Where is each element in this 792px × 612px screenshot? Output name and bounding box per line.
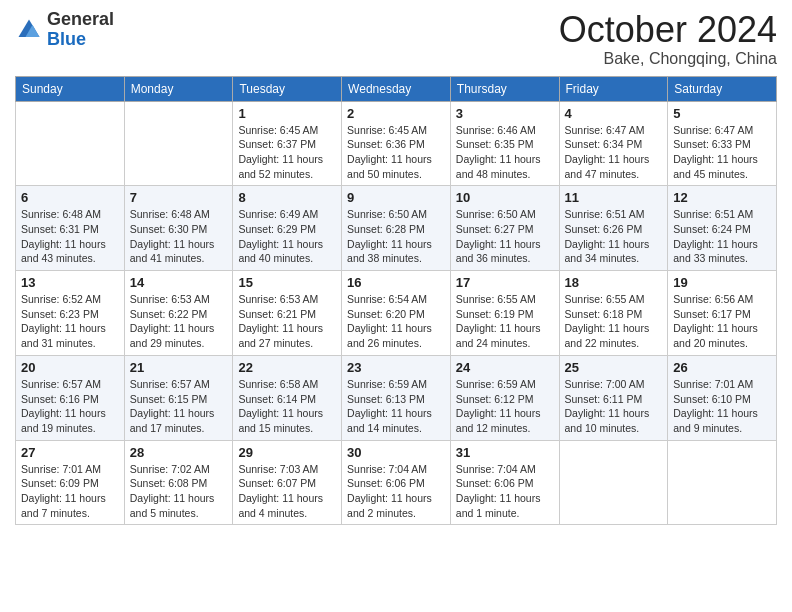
day-info: Sunrise: 7:01 AMSunset: 6:09 PMDaylight:… (21, 462, 119, 521)
day-number: 29 (238, 445, 336, 460)
table-row: 12Sunrise: 6:51 AMSunset: 6:24 PMDayligh… (668, 186, 777, 271)
day-number: 22 (238, 360, 336, 375)
day-info: Sunrise: 6:46 AMSunset: 6:35 PMDaylight:… (456, 123, 554, 182)
day-number: 11 (565, 190, 663, 205)
day-info: Sunrise: 6:45 AMSunset: 6:37 PMDaylight:… (238, 123, 336, 182)
table-row (559, 440, 668, 525)
day-info: Sunrise: 6:59 AMSunset: 6:12 PMDaylight:… (456, 377, 554, 436)
table-row (16, 101, 125, 186)
day-info: Sunrise: 6:53 AMSunset: 6:22 PMDaylight:… (130, 292, 228, 351)
day-info: Sunrise: 7:00 AMSunset: 6:11 PMDaylight:… (565, 377, 663, 436)
calendar-week-5: 27Sunrise: 7:01 AMSunset: 6:09 PMDayligh… (16, 440, 777, 525)
day-number: 6 (21, 190, 119, 205)
day-number: 5 (673, 106, 771, 121)
table-row: 6Sunrise: 6:48 AMSunset: 6:31 PMDaylight… (16, 186, 125, 271)
table-row: 27Sunrise: 7:01 AMSunset: 6:09 PMDayligh… (16, 440, 125, 525)
day-info: Sunrise: 6:51 AMSunset: 6:26 PMDaylight:… (565, 207, 663, 266)
calendar-week-3: 13Sunrise: 6:52 AMSunset: 6:23 PMDayligh… (16, 271, 777, 356)
day-number: 28 (130, 445, 228, 460)
day-info: Sunrise: 6:50 AMSunset: 6:27 PMDaylight:… (456, 207, 554, 266)
table-row: 20Sunrise: 6:57 AMSunset: 6:16 PMDayligh… (16, 355, 125, 440)
day-number: 23 (347, 360, 445, 375)
calendar-table: Sunday Monday Tuesday Wednesday Thursday… (15, 76, 777, 526)
day-info: Sunrise: 6:55 AMSunset: 6:19 PMDaylight:… (456, 292, 554, 351)
table-row: 17Sunrise: 6:55 AMSunset: 6:19 PMDayligh… (450, 271, 559, 356)
table-row: 3Sunrise: 6:46 AMSunset: 6:35 PMDaylight… (450, 101, 559, 186)
logo-general-text: General (47, 9, 114, 29)
calendar-week-1: 1Sunrise: 6:45 AMSunset: 6:37 PMDaylight… (16, 101, 777, 186)
table-row: 21Sunrise: 6:57 AMSunset: 6:15 PMDayligh… (124, 355, 233, 440)
day-info: Sunrise: 6:45 AMSunset: 6:36 PMDaylight:… (347, 123, 445, 182)
weekday-header-row: Sunday Monday Tuesday Wednesday Thursday… (16, 76, 777, 101)
day-number: 20 (21, 360, 119, 375)
day-info: Sunrise: 6:47 AMSunset: 6:34 PMDaylight:… (565, 123, 663, 182)
day-number: 13 (21, 275, 119, 290)
table-row: 25Sunrise: 7:00 AMSunset: 6:11 PMDayligh… (559, 355, 668, 440)
calendar-location: Bake, Chongqing, China (559, 50, 777, 68)
table-row: 4Sunrise: 6:47 AMSunset: 6:34 PMDaylight… (559, 101, 668, 186)
day-info: Sunrise: 7:01 AMSunset: 6:10 PMDaylight:… (673, 377, 771, 436)
day-info: Sunrise: 6:56 AMSunset: 6:17 PMDaylight:… (673, 292, 771, 351)
day-number: 9 (347, 190, 445, 205)
table-row: 15Sunrise: 6:53 AMSunset: 6:21 PMDayligh… (233, 271, 342, 356)
table-row: 31Sunrise: 7:04 AMSunset: 6:06 PMDayligh… (450, 440, 559, 525)
day-info: Sunrise: 6:57 AMSunset: 6:16 PMDaylight:… (21, 377, 119, 436)
header: General Blue October 2024 Bake, Chongqin… (15, 10, 777, 68)
header-friday: Friday (559, 76, 668, 101)
day-info: Sunrise: 6:53 AMSunset: 6:21 PMDaylight:… (238, 292, 336, 351)
day-info: Sunrise: 6:48 AMSunset: 6:30 PMDaylight:… (130, 207, 228, 266)
header-tuesday: Tuesday (233, 76, 342, 101)
day-number: 31 (456, 445, 554, 460)
day-number: 2 (347, 106, 445, 121)
day-info: Sunrise: 6:47 AMSunset: 6:33 PMDaylight:… (673, 123, 771, 182)
table-row: 26Sunrise: 7:01 AMSunset: 6:10 PMDayligh… (668, 355, 777, 440)
header-saturday: Saturday (668, 76, 777, 101)
day-info: Sunrise: 6:55 AMSunset: 6:18 PMDaylight:… (565, 292, 663, 351)
table-row: 28Sunrise: 7:02 AMSunset: 6:08 PMDayligh… (124, 440, 233, 525)
table-row: 1Sunrise: 6:45 AMSunset: 6:37 PMDaylight… (233, 101, 342, 186)
table-row: 2Sunrise: 6:45 AMSunset: 6:36 PMDaylight… (342, 101, 451, 186)
day-number: 26 (673, 360, 771, 375)
day-number: 25 (565, 360, 663, 375)
calendar-title: October 2024 (559, 10, 777, 50)
table-row: 24Sunrise: 6:59 AMSunset: 6:12 PMDayligh… (450, 355, 559, 440)
table-row: 14Sunrise: 6:53 AMSunset: 6:22 PMDayligh… (124, 271, 233, 356)
day-number: 19 (673, 275, 771, 290)
table-row: 13Sunrise: 6:52 AMSunset: 6:23 PMDayligh… (16, 271, 125, 356)
table-row (668, 440, 777, 525)
day-info: Sunrise: 6:57 AMSunset: 6:15 PMDaylight:… (130, 377, 228, 436)
day-number: 18 (565, 275, 663, 290)
page: General Blue October 2024 Bake, Chongqin… (0, 0, 792, 612)
day-number: 10 (456, 190, 554, 205)
table-row: 8Sunrise: 6:49 AMSunset: 6:29 PMDaylight… (233, 186, 342, 271)
day-info: Sunrise: 7:02 AMSunset: 6:08 PMDaylight:… (130, 462, 228, 521)
logo: General Blue (15, 10, 114, 50)
title-block: October 2024 Bake, Chongqing, China (559, 10, 777, 68)
header-monday: Monday (124, 76, 233, 101)
day-number: 27 (21, 445, 119, 460)
header-wednesday: Wednesday (342, 76, 451, 101)
table-row (124, 101, 233, 186)
day-number: 16 (347, 275, 445, 290)
calendar-week-4: 20Sunrise: 6:57 AMSunset: 6:16 PMDayligh… (16, 355, 777, 440)
table-row: 29Sunrise: 7:03 AMSunset: 6:07 PMDayligh… (233, 440, 342, 525)
day-number: 7 (130, 190, 228, 205)
logo-icon (15, 16, 43, 44)
table-row: 16Sunrise: 6:54 AMSunset: 6:20 PMDayligh… (342, 271, 451, 356)
day-number: 12 (673, 190, 771, 205)
day-info: Sunrise: 6:48 AMSunset: 6:31 PMDaylight:… (21, 207, 119, 266)
day-info: Sunrise: 7:03 AMSunset: 6:07 PMDaylight:… (238, 462, 336, 521)
table-row: 5Sunrise: 6:47 AMSunset: 6:33 PMDaylight… (668, 101, 777, 186)
day-number: 21 (130, 360, 228, 375)
day-number: 14 (130, 275, 228, 290)
calendar-week-2: 6Sunrise: 6:48 AMSunset: 6:31 PMDaylight… (16, 186, 777, 271)
logo-blue-text: Blue (47, 29, 86, 49)
day-number: 3 (456, 106, 554, 121)
day-info: Sunrise: 6:49 AMSunset: 6:29 PMDaylight:… (238, 207, 336, 266)
table-row: 18Sunrise: 6:55 AMSunset: 6:18 PMDayligh… (559, 271, 668, 356)
table-row: 9Sunrise: 6:50 AMSunset: 6:28 PMDaylight… (342, 186, 451, 271)
day-info: Sunrise: 6:52 AMSunset: 6:23 PMDaylight:… (21, 292, 119, 351)
table-row: 22Sunrise: 6:58 AMSunset: 6:14 PMDayligh… (233, 355, 342, 440)
day-number: 4 (565, 106, 663, 121)
table-row: 19Sunrise: 6:56 AMSunset: 6:17 PMDayligh… (668, 271, 777, 356)
